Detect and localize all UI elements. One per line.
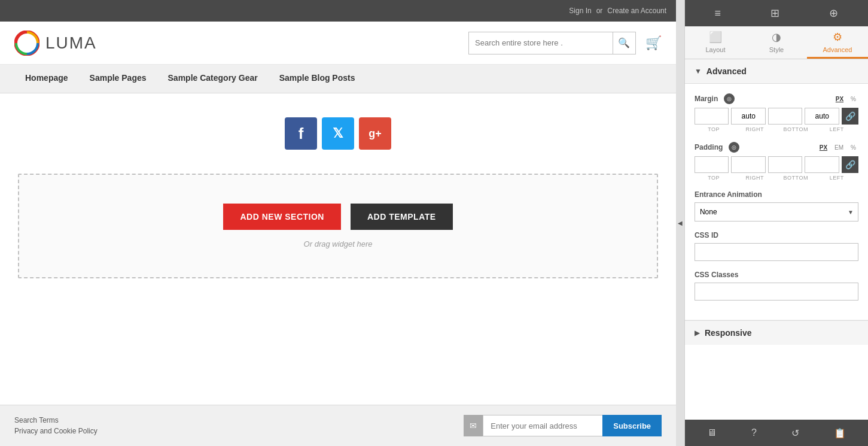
margin-right-input[interactable] — [731, 108, 766, 125]
toolbar-org-icon[interactable]: ⊕ — [822, 3, 845, 23]
logo-wrap: LUMA — [14, 31, 468, 56]
subscribe-button[interactable]: Subscribe — [602, 415, 662, 436]
margin-label-row: Margin ◎ PX % — [695, 93, 858, 104]
padding-right-label: RIGHT — [735, 175, 774, 181]
margin-link-btn[interactable]: 🔗 — [842, 108, 858, 125]
panel-footer-undo-icon[interactable]: ↺ — [784, 424, 806, 442]
cart-button[interactable]: 🛒 — [645, 35, 662, 51]
css-id-row: CSS ID — [695, 231, 858, 261]
newsletter-icon: ✉ — [464, 415, 483, 436]
tab-layout-label: Layout — [705, 46, 725, 53]
padding-link-btn[interactable]: 🔗 — [842, 156, 858, 173]
footer-search-terms[interactable]: Search Terms — [14, 416, 98, 424]
nav-item-category-gear[interactable]: Sample Category Gear — [157, 65, 269, 93]
css-classes-row: CSS Classes — [695, 271, 858, 301]
advanced-section-body: Margin ◎ PX % 🔗 TOP — [685, 84, 868, 320]
panel-footer-monitor-icon[interactable]: 🖥 — [700, 424, 724, 442]
nav-item-blog-posts[interactable]: Sample Blog Posts — [269, 65, 366, 93]
right-panel: ≡ ⊞ ⊕ ⬜ Layout ◑ Style ⚙ Advanced ▼ Adva… — [684, 0, 868, 446]
padding-circle-icon[interactable]: ◎ — [729, 142, 739, 153]
advanced-section-header[interactable]: ▼ Advanced — [685, 59, 868, 84]
margin-inputs: 🔗 — [695, 108, 858, 125]
advanced-collapse-arrow: ▼ — [695, 67, 702, 75]
toolbar-grid-icon[interactable]: ⊞ — [763, 3, 787, 23]
advanced-tab-icon: ⚙ — [833, 31, 842, 44]
panel-toolbar: ≡ ⊞ ⊕ — [685, 0, 868, 26]
panel-body: ▼ Advanced Margin ◎ PX % — [685, 59, 868, 420]
margin-percent-btn[interactable]: % — [848, 95, 858, 104]
padding-px-btn[interactable]: PX — [817, 143, 830, 152]
page-content: f 𝕏 g+ ADD NEW SECTION ADD TEMPLATE Or d… — [0, 93, 676, 405]
tab-layout[interactable]: ⬜ Layout — [685, 26, 746, 59]
padding-input-labels: TOP RIGHT BOTTOM LEFT — [695, 175, 858, 181]
responsive-section-label: Responsive — [705, 328, 752, 338]
panel-tabs: ⬜ Layout ◑ Style ⚙ Advanced — [685, 26, 868, 59]
footer-links: Search Terms Privacy and Cookie Policy — [14, 416, 98, 435]
drop-zone: ADD NEW SECTION ADD TEMPLATE Or drag wid… — [18, 174, 658, 278]
css-id-input[interactable] — [695, 243, 858, 261]
responsive-collapse-arrow: ▶ — [695, 329, 700, 337]
margin-field-row: Margin ◎ PX % 🔗 TOP — [695, 93, 858, 132]
entrance-animation-label: Entrance Animation — [695, 190, 762, 199]
css-id-label-row: CSS ID — [695, 231, 858, 239]
padding-em-btn[interactable]: EM — [832, 143, 846, 152]
padding-left-input[interactable] — [805, 156, 839, 173]
margin-px-btn[interactable]: PX — [833, 95, 846, 104]
add-new-section-button[interactable]: ADD NEW SECTION — [223, 204, 341, 230]
logo-text: LUMA — [45, 34, 97, 53]
panel-footer-help-icon[interactable]: ? — [744, 424, 764, 442]
responsive-section-header[interactable]: ▶ Responsive — [685, 320, 868, 345]
search-wrap: 🔍 — [468, 32, 636, 54]
padding-label: Padding — [695, 143, 723, 151]
advanced-section-label: Advanced — [706, 66, 747, 76]
create-account-link[interactable]: Create an Account — [607, 7, 666, 15]
gplus-icon[interactable]: g+ — [359, 117, 391, 150]
panel-footer: 🖥 ? ↺ 📋 — [685, 420, 868, 446]
padding-bottom-input[interactable] — [768, 156, 803, 173]
padding-percent-btn[interactable]: % — [848, 143, 858, 152]
padding-top-input[interactable] — [695, 156, 729, 173]
entrance-animation-row: Entrance Animation None Fade In Slide In… — [695, 190, 858, 222]
margin-left-input[interactable] — [805, 108, 839, 125]
margin-bottom-input[interactable] — [768, 108, 803, 125]
margin-top-input[interactable] — [695, 108, 729, 125]
margin-right-label: RIGHT — [735, 126, 774, 132]
entrance-animation-select[interactable]: None Fade In Slide In Left Slide In Righ… — [695, 202, 858, 222]
twitter-icon[interactable]: 𝕏 — [322, 117, 354, 150]
margin-circle-icon[interactable]: ◎ — [724, 93, 735, 104]
tab-advanced[interactable]: ⚙ Advanced — [807, 26, 868, 59]
padding-field-row: Padding ◎ PX EM % 🔗 — [695, 142, 858, 181]
nav-item-homepage[interactable]: Homepage — [14, 65, 79, 93]
margin-top-label: TOP — [695, 126, 733, 132]
signin-link[interactable]: Sign In — [569, 7, 591, 15]
toolbar-hamburger-icon[interactable]: ≡ — [708, 4, 729, 23]
entrance-animation-label-row: Entrance Animation — [695, 190, 858, 199]
padding-right-input[interactable] — [731, 156, 766, 173]
drag-hint: Or drag widget here — [304, 239, 373, 248]
header: LUMA 🔍 🛒 — [0, 22, 676, 65]
css-classes-input[interactable] — [695, 283, 858, 301]
padding-top-label: TOP — [695, 175, 733, 181]
nav-item-sample-pages[interactable]: Sample Pages — [79, 65, 157, 93]
css-classes-label-row: CSS Classes — [695, 271, 858, 279]
search-button[interactable]: 🔍 — [613, 32, 634, 54]
logo-icon — [14, 31, 39, 56]
style-tab-icon: ◑ — [772, 31, 781, 44]
margin-label: Margin — [695, 95, 718, 103]
search-input[interactable] — [469, 32, 613, 54]
css-id-label: CSS ID — [695, 231, 718, 239]
newsletter-email-input[interactable] — [483, 415, 602, 436]
margin-input-labels: TOP RIGHT BOTTOM LEFT — [695, 126, 858, 132]
facebook-icon[interactable]: f — [285, 117, 317, 150]
margin-units: PX % — [833, 95, 858, 104]
main-nav: Homepage Sample Pages Sample Category Ge… — [0, 65, 676, 93]
padding-left-label: LEFT — [817, 175, 856, 181]
panel-collapse-divider[interactable]: ◀ — [676, 0, 684, 446]
footer-privacy[interactable]: Privacy and Cookie Policy — [14, 427, 98, 435]
entrance-animation-dropdown-wrap: None Fade In Slide In Left Slide In Righ… — [695, 202, 858, 222]
tab-style[interactable]: ◑ Style — [746, 26, 807, 59]
panel-footer-save-icon[interactable]: 📋 — [827, 424, 853, 442]
main-area: Sign In or Create an Account LUMA 🔍 🛒 Ho… — [0, 0, 676, 446]
add-template-button[interactable]: ADD TEMPLATE — [351, 204, 453, 230]
social-icons: f 𝕏 g+ — [285, 117, 391, 150]
